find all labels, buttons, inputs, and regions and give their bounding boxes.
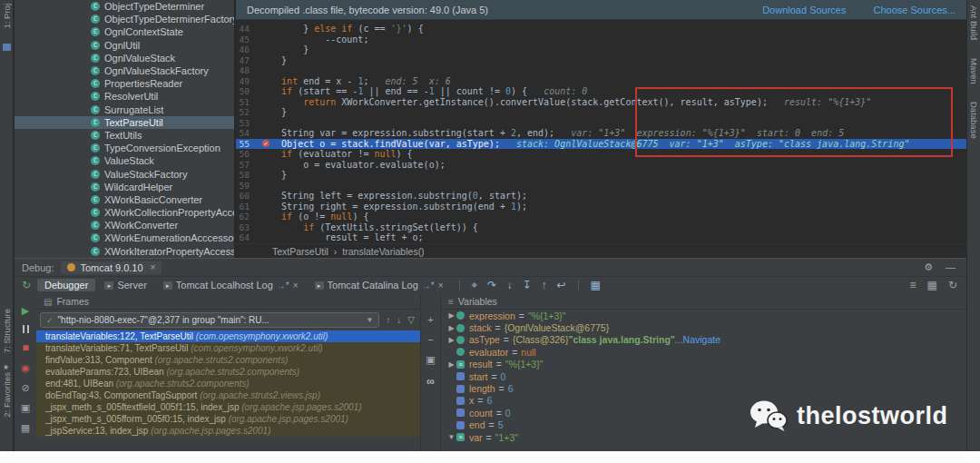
tree-item-ValueStack[interactable]: CValueStack xyxy=(15,154,234,167)
evaluate-expression-icon[interactable]: ▦ xyxy=(587,279,604,291)
menu-icon[interactable]: ≡ xyxy=(910,279,916,291)
dropdown-chevron-icon[interactable]: ▼ xyxy=(366,316,373,324)
variable-row-expression[interactable]: ▶expression="%{1+3}" xyxy=(441,310,966,321)
line-number[interactable]: 44 xyxy=(236,24,260,34)
line-number[interactable]: 53 xyxy=(236,118,260,129)
tree-item-OgnlValueStackFactory[interactable]: COgnlValueStackFactory xyxy=(15,64,234,77)
variable-row-asType[interactable]: ▶asType={Class@326} "class java.lang.Str… xyxy=(441,334,966,346)
debug-tab-debugger[interactable]: Debugger xyxy=(37,279,95,291)
code-line-53[interactable]: 53 xyxy=(236,118,966,129)
tree-item-OgnlValueStack[interactable]: COgnlValueStack xyxy=(15,52,234,64)
tree-item-OgnlContextState[interactable]: COgnlContextState xyxy=(15,25,234,38)
sidebar-item-structure[interactable]: 7: Structure xyxy=(2,309,12,353)
show-execution-point-icon[interactable]: ⌖ xyxy=(468,279,482,291)
line-number[interactable]: 60 xyxy=(236,191,260,202)
filter-frames-icon[interactable]: ▽ xyxy=(407,315,415,325)
tree-item-SurrugateList[interactable]: CSurrugateList xyxy=(15,103,234,116)
tree-item-XWorkCollectionPropertyAcces[interactable]: CXWorkCollectionPropertyAcces xyxy=(15,206,234,219)
code-line-51[interactable]: 51 return XWorkConverter.getInstance().c… xyxy=(236,97,966,108)
code-line-54[interactable]: 54 String var = expression.substring(sta… xyxy=(236,128,966,139)
line-number[interactable]: 61 xyxy=(236,202,260,212)
line-number[interactable]: 52 xyxy=(236,107,260,118)
stack-frame[interactable]: findValue:313, Component (org.apache.str… xyxy=(36,354,420,366)
camera-icon[interactable]: ▣ xyxy=(21,402,30,414)
code-line-55[interactable]: 55✓ Object o = stack.findValue(var, asTy… xyxy=(236,139,966,150)
tree-item-PropertiesReader[interactable]: CPropertiesReader xyxy=(15,77,234,90)
code-line-58[interactable]: 58 } xyxy=(236,170,966,181)
view-breakpoints-icon[interactable]: ◉ xyxy=(21,362,30,374)
stack-frame[interactable]: _jspx_meth_s_005ftextfield_005f1:15, ind… xyxy=(36,401,420,413)
next-frame-icon[interactable]: ↓ xyxy=(397,315,401,325)
thread-selector[interactable]: ✓ "http-nio-8080-exec-7"@2,377 in group … xyxy=(40,312,379,328)
variable-row-var[interactable]: ▼≡var="1+3" xyxy=(441,431,966,443)
line-number[interactable]: 47 xyxy=(236,55,260,66)
expand-toggle-icon[interactable]: ▶ xyxy=(446,360,456,369)
code-area[interactable]: 44 } else if (c == '}') {45 --count;46 }… xyxy=(236,20,966,243)
code-line-56[interactable]: 56 if (evaluator != null) { xyxy=(236,149,966,160)
line-number[interactable]: 51 xyxy=(236,97,260,108)
tree-item-XWorkEnumerationAcccessor[interactable]: CXWorkEnumerationAcccessor xyxy=(15,232,234,244)
debug-tab-tomcat-catalina-log[interactable]: ▸Tomcat Catalina Log→*× xyxy=(308,279,451,291)
drop-frame-icon[interactable]: ↩ xyxy=(553,279,569,291)
line-number[interactable]: 50 xyxy=(236,86,260,97)
line-number[interactable]: 48 xyxy=(236,65,260,76)
breakpoint-icon[interactable]: ✓ xyxy=(262,140,270,147)
expand-toggle-icon[interactable]: ▶ xyxy=(446,324,456,332)
line-number[interactable]: 46 xyxy=(236,44,260,55)
code-line-48[interactable]: 48 xyxy=(236,65,966,76)
code-line-44[interactable]: 44 } else if (c == '}') { xyxy=(236,24,966,34)
mute-breakpoints-icon[interactable]: ⊘ xyxy=(21,382,29,394)
layout-icon[interactable]: ▦ xyxy=(927,279,937,291)
tree-item-OgnlUtil[interactable]: COgnlUtil xyxy=(15,39,234,52)
sidebar-item-maven[interactable]: Maven xyxy=(969,58,979,84)
resume-icon[interactable]: ▶ xyxy=(22,305,29,317)
refresh-icon[interactable]: ↻ xyxy=(948,279,957,291)
stack-frame[interactable]: translateVariables:71, TextParseUtil (co… xyxy=(36,342,420,354)
line-number[interactable]: 58 xyxy=(236,170,260,181)
line-number[interactable]: 62 xyxy=(236,212,260,222)
code-line-63[interactable]: 63 if (TextUtils.stringSet(left)) { xyxy=(236,222,966,233)
tree-item-ValueStackFactory[interactable]: CValueStackFactory xyxy=(15,167,234,180)
line-number[interactable]: 45 xyxy=(236,34,260,45)
tree-item-ObjectTypeDeterminer[interactable]: CObjectTypeDeterminer xyxy=(15,0,234,13)
sidebar-item-ant-build[interactable]: Ant Build xyxy=(969,5,979,40)
line-number[interactable]: 54 xyxy=(236,128,260,139)
stack-frame[interactable]: _jspService:13, index_jsp (org.apache.js… xyxy=(36,425,420,437)
code-line-62[interactable]: 62 if (o != null) { xyxy=(236,212,966,222)
tree-item-XWorkConverter[interactable]: CXWorkConverter xyxy=(15,219,234,232)
line-number[interactable]: 64 xyxy=(236,232,260,243)
rerun-icon[interactable]: ↻ xyxy=(18,279,34,291)
tree-item-XWorkIteratorPropertyAccessor[interactable]: CXWorkIteratorPropertyAccessor xyxy=(15,245,234,258)
line-number[interactable]: 55 xyxy=(236,139,260,150)
stack-frame[interactable]: translateVariables:122, TextParseUtil (c… xyxy=(36,330,420,342)
stop-icon[interactable]: ■ xyxy=(22,341,28,354)
evaluate-icon[interactable]: ∞ xyxy=(426,375,435,388)
tree-item-TextUtils[interactable]: CTextUtils xyxy=(15,129,234,142)
code-line-47[interactable]: 47 } xyxy=(236,55,966,66)
stack-frame[interactable]: end:481, UIBean (org.apache.struts2.comp… xyxy=(36,378,420,389)
code-line-60[interactable]: 60 String left = expression.substring(0,… xyxy=(236,191,966,202)
code-line-57[interactable]: 57 o = evaluator.evaluate(o); xyxy=(236,160,966,171)
download-sources-link[interactable]: Download Sources xyxy=(762,5,846,15)
variable-row-evaluator[interactable]: evaluator=null xyxy=(441,346,966,358)
step-over-icon[interactable]: ↷ xyxy=(484,279,500,291)
expand-toggle-icon[interactable]: ▶ xyxy=(446,311,456,320)
line-number[interactable]: 59 xyxy=(236,181,260,192)
navigate-link[interactable]: Navigate xyxy=(683,334,720,345)
tree-item-TypeConversionException[interactable]: CTypeConversionException xyxy=(15,142,234,154)
tree-item-WildcardHelper[interactable]: CWildcardHelper xyxy=(15,181,234,193)
tree-item-XWorkBasicConverter[interactable]: CXWorkBasicConverter xyxy=(15,193,234,206)
code-line-45[interactable]: 45 --count; xyxy=(236,34,966,45)
close-icon[interactable]: × xyxy=(151,262,156,272)
line-number[interactable]: 57 xyxy=(236,160,260,171)
breadcrumb-method[interactable]: translateVariables() xyxy=(342,246,424,257)
sidebar-item-project[interactable]: 1: Proj xyxy=(2,4,12,28)
close-icon[interactable]: × xyxy=(293,281,299,291)
breadcrumb-class[interactable]: TextParseUtil xyxy=(272,246,328,257)
remove-watch-icon[interactable]: − xyxy=(427,334,433,345)
debug-tab-tomcat-localhost-log[interactable]: ▸Tomcat Localhost Log→*× xyxy=(156,279,306,291)
expand-toggle-icon[interactable]: ▼ xyxy=(446,433,456,441)
variable-row-length[interactable]: length=6 xyxy=(441,382,966,394)
session-tab-tomcat[interactable]: Tomcat 9.0.10 × xyxy=(61,261,162,274)
expand-toggle-icon[interactable]: ▶ xyxy=(446,336,456,344)
